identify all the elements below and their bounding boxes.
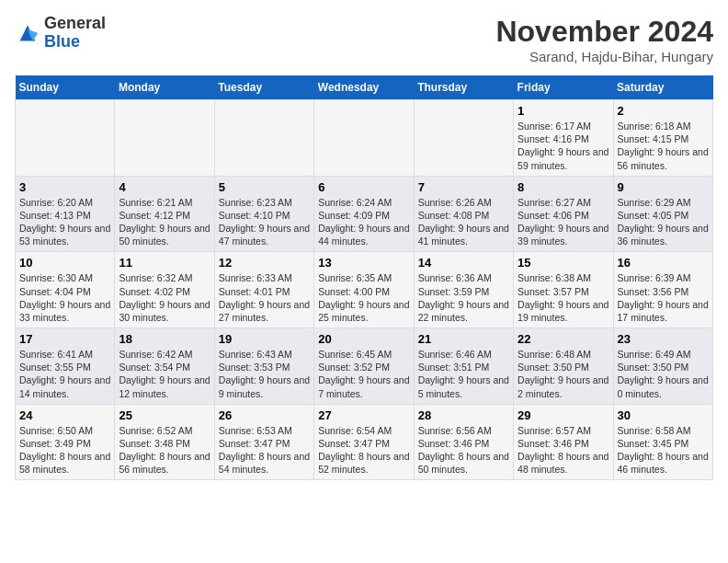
calendar-cell <box>115 100 214 177</box>
day-number: 19 <box>219 332 310 346</box>
day-number: 23 <box>618 332 709 346</box>
month-title: November 2024 <box>495 15 713 49</box>
day-number: 10 <box>19 256 110 270</box>
logo: General Blue <box>15 15 106 52</box>
calendar-week-row: 24Sunrise: 6:50 AM Sunset: 3:49 PM Dayli… <box>16 404 713 480</box>
day-number: 16 <box>618 256 709 270</box>
day-info: Sunrise: 6:54 AM Sunset: 3:47 PM Dayligh… <box>318 424 409 477</box>
calendar-cell <box>314 100 414 177</box>
day-info: Sunrise: 6:24 AM Sunset: 4:09 PM Dayligh… <box>318 196 409 248</box>
day-info: Sunrise: 6:57 AM Sunset: 3:46 PM Dayligh… <box>518 424 609 477</box>
calendar-cell: 23Sunrise: 6:49 AM Sunset: 3:50 PM Dayli… <box>613 328 712 405</box>
day-info: Sunrise: 6:29 AM Sunset: 4:05 PM Dayligh… <box>618 196 709 248</box>
calendar-week-row: 10Sunrise: 6:30 AM Sunset: 4:04 PM Dayli… <box>16 252 713 328</box>
calendar-cell: 1Sunrise: 6:17 AM Sunset: 4:16 PM Daylig… <box>514 100 613 177</box>
day-number: 27 <box>318 408 409 422</box>
day-info: Sunrise: 6:52 AM Sunset: 3:48 PM Dayligh… <box>119 424 210 477</box>
calendar-cell: 28Sunrise: 6:56 AM Sunset: 3:46 PM Dayli… <box>414 404 513 480</box>
calendar-cell: 20Sunrise: 6:45 AM Sunset: 3:52 PM Dayli… <box>314 328 414 405</box>
calendar-cell: 25Sunrise: 6:52 AM Sunset: 3:48 PM Dayli… <box>115 404 214 480</box>
day-number: 15 <box>518 256 609 270</box>
title-section: November 2024 Sarand, Hajdu-Bihar, Hunga… <box>495 15 713 64</box>
calendar-cell: 27Sunrise: 6:54 AM Sunset: 3:47 PM Dayli… <box>314 404 414 480</box>
day-info: Sunrise: 6:38 AM Sunset: 3:57 PM Dayligh… <box>518 271 609 324</box>
calendar-cell <box>414 100 513 177</box>
day-number: 5 <box>219 180 310 194</box>
calendar-week-row: 3Sunrise: 6:20 AM Sunset: 4:13 PM Daylig… <box>16 176 713 252</box>
calendar-cell <box>16 100 115 177</box>
day-info: Sunrise: 6:53 AM Sunset: 3:47 PM Dayligh… <box>219 424 310 477</box>
day-number: 18 <box>119 332 210 346</box>
weekday-header: Saturday <box>613 75 712 100</box>
calendar-cell: 29Sunrise: 6:57 AM Sunset: 3:46 PM Dayli… <box>514 404 613 480</box>
day-info: Sunrise: 6:32 AM Sunset: 4:02 PM Dayligh… <box>119 271 210 324</box>
day-number: 30 <box>618 408 709 422</box>
calendar-week-row: 1Sunrise: 6:17 AM Sunset: 4:16 PM Daylig… <box>16 100 713 177</box>
calendar-cell: 8Sunrise: 6:27 AM Sunset: 4:06 PM Daylig… <box>514 176 613 252</box>
day-info: Sunrise: 6:58 AM Sunset: 3:45 PM Dayligh… <box>618 424 709 477</box>
day-info: Sunrise: 6:26 AM Sunset: 4:08 PM Dayligh… <box>418 196 509 248</box>
day-info: Sunrise: 6:49 AM Sunset: 3:50 PM Dayligh… <box>618 348 709 400</box>
day-info: Sunrise: 6:30 AM Sunset: 4:04 PM Dayligh… <box>19 271 110 324</box>
day-number: 2 <box>618 104 709 118</box>
calendar-cell: 2Sunrise: 6:18 AM Sunset: 4:15 PM Daylig… <box>613 100 712 177</box>
day-info: Sunrise: 6:56 AM Sunset: 3:46 PM Dayligh… <box>418 424 509 477</box>
day-number: 6 <box>318 180 409 194</box>
weekday-header: Monday <box>115 75 214 100</box>
weekday-header: Sunday <box>16 75 115 100</box>
calendar-cell: 12Sunrise: 6:33 AM Sunset: 4:01 PM Dayli… <box>214 252 313 328</box>
day-info: Sunrise: 6:35 AM Sunset: 4:00 PM Dayligh… <box>318 271 409 324</box>
day-number: 14 <box>418 256 509 270</box>
day-number: 24 <box>19 408 110 422</box>
logo-text: General Blue <box>44 15 106 52</box>
day-number: 22 <box>518 332 609 346</box>
day-info: Sunrise: 6:21 AM Sunset: 4:12 PM Dayligh… <box>119 196 210 248</box>
calendar-cell: 17Sunrise: 6:41 AM Sunset: 3:55 PM Dayli… <box>16 328 115 405</box>
day-info: Sunrise: 6:20 AM Sunset: 4:13 PM Dayligh… <box>19 196 110 248</box>
calendar-cell: 24Sunrise: 6:50 AM Sunset: 3:49 PM Dayli… <box>16 404 115 480</box>
weekday-header-row: SundayMondayTuesdayWednesdayThursdayFrid… <box>16 75 713 100</box>
day-info: Sunrise: 6:43 AM Sunset: 3:53 PM Dayligh… <box>219 348 310 400</box>
page-header: General Blue November 2024 Sarand, Hajdu… <box>15 15 713 64</box>
day-info: Sunrise: 6:45 AM Sunset: 3:52 PM Dayligh… <box>318 348 409 400</box>
day-number: 28 <box>418 408 509 422</box>
day-number: 13 <box>318 256 409 270</box>
calendar-cell: 18Sunrise: 6:42 AM Sunset: 3:54 PM Dayli… <box>115 328 214 405</box>
calendar-cell: 9Sunrise: 6:29 AM Sunset: 4:05 PM Daylig… <box>613 176 712 252</box>
calendar-cell: 26Sunrise: 6:53 AM Sunset: 3:47 PM Dayli… <box>214 404 313 480</box>
weekday-header: Friday <box>514 75 613 100</box>
day-info: Sunrise: 6:17 AM Sunset: 4:16 PM Dayligh… <box>518 120 609 172</box>
day-info: Sunrise: 6:36 AM Sunset: 3:59 PM Dayligh… <box>418 271 509 324</box>
day-number: 29 <box>518 408 609 422</box>
day-info: Sunrise: 6:41 AM Sunset: 3:55 PM Dayligh… <box>19 348 110 400</box>
calendar-cell: 21Sunrise: 6:46 AM Sunset: 3:51 PM Dayli… <box>414 328 513 405</box>
calendar-cell: 13Sunrise: 6:35 AM Sunset: 4:00 PM Dayli… <box>314 252 414 328</box>
calendar-cell: 7Sunrise: 6:26 AM Sunset: 4:08 PM Daylig… <box>414 176 513 252</box>
day-info: Sunrise: 6:39 AM Sunset: 3:56 PM Dayligh… <box>618 271 709 324</box>
calendar-cell: 14Sunrise: 6:36 AM Sunset: 3:59 PM Dayli… <box>414 252 513 328</box>
day-info: Sunrise: 6:27 AM Sunset: 4:06 PM Dayligh… <box>518 196 609 248</box>
day-number: 12 <box>219 256 310 270</box>
day-number: 3 <box>19 180 110 194</box>
calendar-cell: 22Sunrise: 6:48 AM Sunset: 3:50 PM Dayli… <box>514 328 613 405</box>
calendar-cell: 5Sunrise: 6:23 AM Sunset: 4:10 PM Daylig… <box>214 176 313 252</box>
day-info: Sunrise: 6:46 AM Sunset: 3:51 PM Dayligh… <box>418 348 509 400</box>
calendar-cell: 4Sunrise: 6:21 AM Sunset: 4:12 PM Daylig… <box>115 176 214 252</box>
weekday-header: Thursday <box>414 75 513 100</box>
day-info: Sunrise: 6:48 AM Sunset: 3:50 PM Dayligh… <box>518 348 609 400</box>
calendar-cell: 19Sunrise: 6:43 AM Sunset: 3:53 PM Dayli… <box>214 328 313 405</box>
day-info: Sunrise: 6:33 AM Sunset: 4:01 PM Dayligh… <box>219 271 310 324</box>
calendar-cell: 6Sunrise: 6:24 AM Sunset: 4:09 PM Daylig… <box>314 176 414 252</box>
calendar-cell <box>214 100 313 177</box>
day-info: Sunrise: 6:23 AM Sunset: 4:10 PM Dayligh… <box>219 196 310 248</box>
day-info: Sunrise: 6:50 AM Sunset: 3:49 PM Dayligh… <box>19 424 110 477</box>
calendar-cell: 11Sunrise: 6:32 AM Sunset: 4:02 PM Dayli… <box>115 252 214 328</box>
calendar-cell: 30Sunrise: 6:58 AM Sunset: 3:45 PM Dayli… <box>613 404 712 480</box>
day-number: 9 <box>618 180 709 194</box>
day-number: 11 <box>119 256 210 270</box>
day-number: 1 <box>518 104 609 118</box>
logo-icon <box>15 20 40 46</box>
day-number: 8 <box>518 180 609 194</box>
day-number: 26 <box>219 408 310 422</box>
day-number: 17 <box>19 332 110 346</box>
